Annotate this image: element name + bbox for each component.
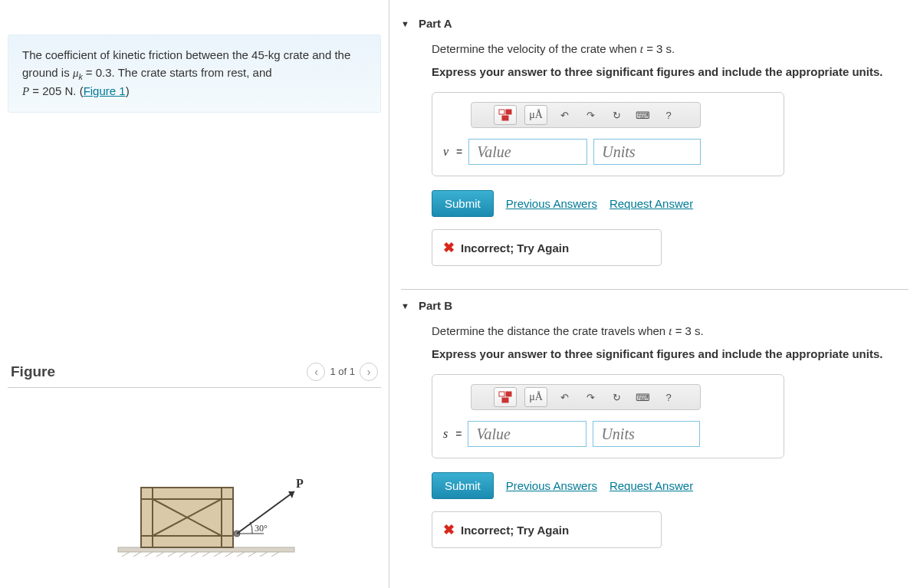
- figure-nav: ‹ 1 of 1 ›: [307, 363, 378, 381]
- answer-area: ▼ Part A Determine the velocity of the c…: [389, 0, 920, 588]
- figure-next-button[interactable]: ›: [360, 363, 378, 381]
- svg-rect-26: [499, 110, 504, 114]
- part-a-units-input[interactable]: [593, 139, 701, 165]
- part-b-format: Express your answer to three significant…: [432, 347, 909, 360]
- template-picker-button[interactable]: [494, 387, 517, 407]
- part-b-toolbar: μÅ ↶ ↷ ↻ ⌨ ?: [471, 384, 701, 410]
- svg-rect-29: [499, 392, 504, 396]
- part-a-value-input[interactable]: [468, 139, 587, 165]
- part-b-feedback-text: Incorrect; Try Again: [461, 524, 569, 537]
- keyboard-button[interactable]: ⌨: [633, 105, 652, 125]
- svg-line-2: [133, 552, 141, 557]
- keyboard-button[interactable]: ⌨: [633, 387, 652, 407]
- incorrect-icon: ✖: [443, 239, 455, 256]
- figure-counter: 1 of 1: [330, 366, 355, 377]
- part-a-feedback-text: Incorrect; Try Again: [461, 241, 569, 255]
- part-a-answer-panel: μÅ ↶ ↷ ↻ ⌨ ? v =: [432, 92, 784, 176]
- figure-title: Figure: [11, 363, 307, 380]
- figure-image: 30° P: [8, 388, 381, 564]
- part-a-title: Part A: [419, 17, 452, 30]
- problem-statement: The coefficient of kinetic friction betw…: [8, 34, 381, 113]
- part-a-header[interactable]: ▼ Part A: [401, 8, 909, 42]
- svg-rect-27: [506, 110, 511, 114]
- part-b-title: Part B: [419, 299, 452, 312]
- part-b-header[interactable]: ▼ Part B: [401, 289, 909, 324]
- part-a-toolbar: μÅ ↶ ↷ ↻ ⌨ ?: [471, 102, 701, 128]
- undo-button[interactable]: ↶: [555, 105, 573, 125]
- part-b-request-answer-link[interactable]: Request Answer: [610, 479, 693, 492]
- caret-down-icon: ▼: [401, 19, 409, 28]
- redo-button[interactable]: ↷: [581, 387, 600, 407]
- part-a-format: Express your answer to three significant…: [432, 65, 909, 78]
- part-a-previous-answers-link[interactable]: Previous Answers: [506, 197, 597, 210]
- svg-line-14: [271, 552, 279, 557]
- help-button[interactable]: ?: [659, 105, 678, 125]
- units-button[interactable]: μÅ: [524, 387, 547, 407]
- p-symbol: P: [22, 85, 29, 97]
- part-a-feedback: ✖ Incorrect; Try Again: [432, 229, 662, 266]
- problem-sidebar: The coefficient of kinetic friction betw…: [0, 0, 389, 588]
- figure-prev-button[interactable]: ‹: [307, 363, 325, 381]
- force-label: P: [296, 477, 304, 490]
- part-a-instruction: Determine the velocity of the crate when…: [432, 42, 909, 56]
- svg-line-11: [237, 552, 245, 557]
- p-eq: = 205 N. (: [29, 84, 83, 97]
- part-b-answer-panel: μÅ ↶ ↷ ↻ ⌨ ? s =: [432, 374, 784, 458]
- angle-label: 30°: [255, 523, 268, 534]
- part-b-units-input[interactable]: [593, 421, 700, 447]
- equals-label: =: [456, 146, 462, 158]
- part-a-request-answer-link[interactable]: Request Answer: [610, 197, 693, 210]
- svg-line-3: [145, 552, 153, 557]
- svg-line-9: [214, 552, 222, 557]
- part-b-value-input[interactable]: [468, 421, 586, 447]
- svg-line-4: [156, 552, 164, 557]
- units-button[interactable]: μÅ: [524, 105, 547, 125]
- part-a-variable: v: [443, 145, 449, 159]
- svg-line-8: [202, 552, 210, 557]
- svg-line-1: [122, 552, 130, 557]
- svg-rect-28: [502, 116, 508, 120]
- redo-button[interactable]: ↷: [581, 105, 600, 125]
- reset-button[interactable]: ↻: [607, 105, 626, 125]
- svg-line-7: [191, 552, 199, 557]
- svg-rect-31: [502, 398, 508, 402]
- svg-line-12: [248, 552, 256, 557]
- template-picker-button[interactable]: [494, 105, 517, 125]
- mu-eq: = 0.3. The crate starts from rest, and: [83, 66, 272, 79]
- part-b-instruction: Determine the distance the crate travels…: [432, 324, 909, 338]
- figure-section: Figure ‹ 1 of 1 ›: [8, 358, 381, 564]
- part-b-submit-button[interactable]: Submit: [432, 472, 494, 499]
- part-b-previous-answers-link[interactable]: Previous Answers: [506, 479, 597, 492]
- incorrect-icon: ✖: [443, 521, 455, 538]
- svg-line-13: [260, 552, 268, 557]
- part-a-submit-button[interactable]: Submit: [432, 190, 494, 217]
- paren-close: ): [126, 84, 130, 97]
- part-b-variable: s: [443, 427, 448, 441]
- svg-line-10: [225, 552, 233, 557]
- figure-link[interactable]: Figure 1: [84, 84, 126, 97]
- help-button[interactable]: ?: [659, 387, 678, 407]
- svg-rect-30: [506, 392, 511, 396]
- caret-down-icon: ▼: [401, 301, 409, 310]
- part-b-feedback: ✖ Incorrect; Try Again: [432, 511, 662, 548]
- svg-line-5: [168, 552, 176, 557]
- reset-button[interactable]: ↻: [607, 387, 626, 407]
- undo-button[interactable]: ↶: [555, 387, 573, 407]
- equals-label: =: [455, 428, 462, 440]
- svg-line-6: [179, 552, 187, 557]
